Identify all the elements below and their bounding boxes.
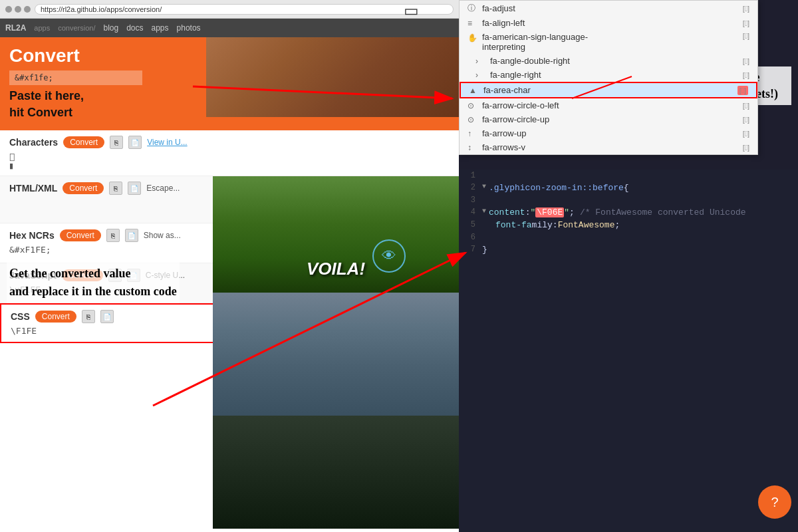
code-editor: 1 2 ▼ .glyphicon-zoom-in::before { 3 4 ▼… bbox=[459, 170, 798, 532]
code-semicolon-1: ; bbox=[569, 207, 575, 217]
nav-apps[interactable]: apps bbox=[152, 23, 169, 33]
expand-arrow-2[interactable]: ▼ bbox=[482, 183, 486, 190]
code-comment-1: /* FontAwesome converted Unicode bbox=[580, 207, 746, 217]
tablet-icon: ▭ bbox=[404, 1, 419, 20]
browser-dot-1 bbox=[5, 6, 12, 13]
line-num-3: 3 bbox=[459, 196, 482, 205]
characters-view-link[interactable]: View in U... bbox=[147, 138, 187, 147]
right-panel: ⓘ fa-adjust [] ≡ fa-align-left [] ✋ fa… bbox=[459, 0, 798, 532]
htmlxml-convert-btn[interactable]: Convert bbox=[63, 182, 104, 194]
code-property-fontfamily: font-fa bbox=[495, 220, 532, 230]
dropdown-item-fa-arrow-circle-up[interactable]: ⊙ fa-arrow-circle-up [] bbox=[460, 112, 757, 126]
code-colon-2: mily bbox=[532, 220, 553, 230]
code-line-7: 7 } bbox=[459, 243, 798, 256]
nav-photos[interactable]: photos bbox=[177, 23, 201, 33]
code-line-2: 2 ▼ .glyphicon-zoom-in::before { bbox=[459, 182, 798, 194]
autocomplete-dropdown: ⓘ fa-adjust [] ≡ fa-align-left [] ✋ fa… bbox=[459, 0, 758, 155]
left-panel: https://rl2a.github.io/apps/conversion/ … bbox=[0, 0, 459, 532]
fa-arrows-v-code: [] bbox=[743, 144, 749, 152]
code-brace-close: } bbox=[482, 245, 487, 255]
code-value-quote-close: " bbox=[564, 207, 569, 217]
characters-copy-icon[interactable]: ⎘ bbox=[110, 136, 123, 149]
fa-arrow-up-name: fa-arrow-up bbox=[482, 128, 739, 138]
forest-images: VOILA! 👁 bbox=[213, 176, 459, 529]
code-line-3: 3 bbox=[459, 194, 798, 206]
fa-angle-right-code: [] bbox=[743, 71, 749, 79]
hero-bg-image bbox=[206, 37, 459, 117]
fa-arrow-circle-up-icon: ⊙ bbox=[467, 115, 478, 124]
htmlxml-doc-icon[interactable]: 📄 bbox=[128, 182, 141, 195]
expand-arrow-4[interactable]: ▼ bbox=[482, 207, 486, 215]
htmlxml-copy-icon[interactable]: ⎘ bbox=[109, 182, 122, 195]
hexncrs-show-label: Show as... bbox=[144, 231, 181, 240]
nav-docs[interactable]: docs bbox=[126, 23, 143, 33]
fa-arrows-v-name: fa-arrows-v bbox=[482, 142, 739, 152]
site-logo: RL2A bbox=[5, 23, 26, 33]
forest-img-3 bbox=[213, 416, 459, 529]
nav-breadcrumb: conversion/ bbox=[58, 24, 95, 32]
fa-adjust-icon: ⓘ bbox=[467, 3, 478, 14]
code-selector: .glyphicon-zoom-in::before bbox=[489, 183, 624, 193]
css-copy-icon[interactable]: ⎘ bbox=[82, 310, 95, 323]
fa-area-chart-code: [] bbox=[737, 86, 748, 95]
fa-arrow-circle-o-left-name: fa-arrow-circle-o-left bbox=[482, 100, 739, 110]
dropdown-item-fa-area-chart[interactable]: ▲ fa-area-char [] bbox=[460, 82, 757, 98]
voila-text: VOILA! bbox=[307, 259, 365, 279]
css-convert-btn[interactable]: Convert bbox=[35, 311, 76, 323]
code-value-highlighted: \F06E bbox=[535, 207, 564, 217]
dropdown-item-fa-asl[interactable]: ✋ fa-american-sign-language-interpreting… bbox=[460, 30, 757, 54]
browser-dot-3 bbox=[24, 6, 31, 13]
code-value-quote-open: " bbox=[530, 207, 535, 217]
nav-blog[interactable]: blog bbox=[103, 23, 118, 33]
line-num-2: 2 bbox=[459, 183, 482, 192]
section-characters-header: Characters Convert ⎘ 📄 View in U... bbox=[9, 136, 450, 149]
dropdown-item-fa-align-left[interactable]: ≡ fa-align-left [] bbox=[460, 16, 757, 30]
code-font-value: FontAwesome bbox=[558, 220, 615, 230]
browser-bar: https://rl2a.github.io/apps/conversion/ … bbox=[0, 0, 459, 19]
nav-separator: apps bbox=[34, 24, 50, 32]
dropdown-item-fa-adjust[interactable]: ⓘ fa-adjust [] bbox=[460, 1, 757, 16]
forest-img-1: VOILA! 👁 bbox=[213, 176, 459, 293]
fa-angle-right-icon: › bbox=[475, 70, 486, 80]
characters-convert-btn[interactable]: Convert bbox=[63, 136, 104, 148]
line-num-4: 4 bbox=[459, 207, 482, 217]
dropdown-item-fa-arrow-up[interactable]: ↑ fa-arrow-up [] bbox=[460, 126, 757, 140]
code-line-5: 5 font-fa mily : FontAwesome ; bbox=[459, 219, 798, 231]
hexncrs-copy-icon[interactable]: ⎘ bbox=[106, 229, 120, 242]
hexncrs-convert-btn[interactable]: Convert bbox=[60, 229, 101, 241]
fa-arrow-circle-up-name: fa-arrow-circle-up bbox=[482, 114, 739, 124]
forest-img-2 bbox=[213, 293, 459, 416]
line-num-6: 6 bbox=[459, 233, 482, 242]
orange-circle-btn[interactable]: ? bbox=[758, 485, 791, 519]
line-num-7: 7 bbox=[459, 245, 482, 254]
dropdown-item-fa-angle-double-right[interactable]: › fa-angle-double-right [] bbox=[460, 54, 757, 68]
fa-angle-right-name: fa-angle-right bbox=[490, 70, 739, 80]
hero-input[interactable] bbox=[9, 70, 142, 85]
fa-area-chart-name: fa-area-char bbox=[483, 85, 733, 95]
fa-asl-code: [] bbox=[743, 32, 749, 40]
fa-asl-name: fa-american-sign-language-interpreting bbox=[482, 32, 739, 52]
htmlxml-escape-label: Escape... bbox=[146, 184, 180, 193]
code-line-6: 6 bbox=[459, 231, 798, 243]
css-label: CSS bbox=[11, 311, 30, 322]
section-characters: Characters Convert ⎘ 📄 View in U...  ▮ bbox=[0, 130, 459, 176]
code-property-content: content bbox=[489, 207, 525, 217]
fa-arrow-up-icon: ↑ bbox=[467, 129, 478, 138]
code-colon-3: : bbox=[553, 220, 558, 230]
code-brace-open: { bbox=[624, 183, 629, 193]
line-num-5: 5 bbox=[459, 220, 482, 229]
fa-angle-double-right-code: [] bbox=[743, 57, 749, 65]
fa-arrows-v-icon: ↕ bbox=[467, 143, 478, 152]
code-semicolon-2: ; bbox=[614, 220, 620, 230]
dropdown-item-fa-angle-right[interactable]: › fa-angle-right [] bbox=[460, 68, 757, 82]
fa-angle-double-right-name: fa-angle-double-right bbox=[490, 56, 739, 66]
browser-url[interactable]: https://rl2a.github.io/apps/conversion/ bbox=[35, 4, 454, 15]
characters-doc-icon[interactable]: 📄 bbox=[128, 136, 142, 149]
fa-arrow-circle-up-code: [] bbox=[743, 116, 749, 124]
hero-section: Convert Paste it here,hit Convert bbox=[0, 37, 459, 130]
code-colon: : bbox=[525, 207, 531, 217]
css-doc-icon[interactable]: 📄 bbox=[100, 310, 114, 323]
hexncrs-doc-icon[interactable]: 📄 bbox=[125, 229, 138, 242]
dropdown-item-fa-arrow-circle-o-left[interactable]: ⊙ fa-arrow-circle-o-left [] bbox=[460, 98, 757, 112]
dropdown-item-fa-arrows-v[interactable]: ↕ fa-arrows-v [] bbox=[460, 140, 757, 154]
